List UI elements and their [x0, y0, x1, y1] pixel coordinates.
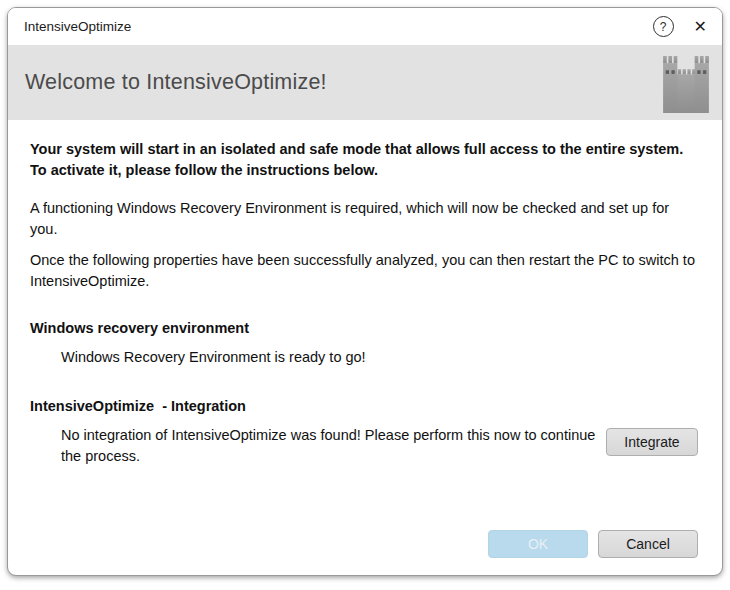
recovery-status-text: Windows Recovery Environment is ready to…	[61, 347, 698, 368]
section-heading-integration: IntensiveOptimize - Integration	[30, 396, 698, 417]
integration-status-text: No integration of IntensiveOptimize was …	[61, 425, 606, 467]
titlebar-controls: ? ✕	[653, 16, 707, 37]
intro-text: Your system will start in an isolated an…	[30, 139, 698, 181]
section-integration: IntensiveOptimize - Integration No integ…	[30, 396, 698, 467]
window-title: IntensiveOptimize	[24, 19, 653, 34]
cancel-button[interactable]: Cancel	[598, 530, 698, 558]
close-icon[interactable]: ✕	[694, 19, 707, 35]
welcome-heading: Welcome to IntensiveOptimize!	[25, 70, 663, 95]
castle-icon	[663, 56, 709, 117]
header-banner: Welcome to IntensiveOptimize!	[8, 45, 722, 120]
recovery-requirement-text: A functioning Windows Recovery Environme…	[30, 198, 698, 240]
footer-buttons: OK Cancel	[30, 530, 698, 558]
integration-row: No integration of IntensiveOptimize was …	[30, 425, 698, 467]
section-heading-recovery: Windows recovery environment	[30, 318, 698, 339]
restart-info-text: Once the following properties have been …	[30, 250, 698, 292]
section-recovery-environment: Windows recovery environment Windows Rec…	[30, 318, 698, 396]
help-icon[interactable]: ?	[653, 16, 674, 37]
title-bar: IntensiveOptimize ? ✕	[8, 8, 722, 45]
integrate-button[interactable]: Integrate	[606, 428, 698, 456]
dialog-window: IntensiveOptimize ? ✕ Welcome to Intensi…	[7, 7, 723, 576]
ok-button[interactable]: OK	[488, 530, 588, 558]
dialog-content: Your system will start in an isolated an…	[8, 120, 722, 575]
